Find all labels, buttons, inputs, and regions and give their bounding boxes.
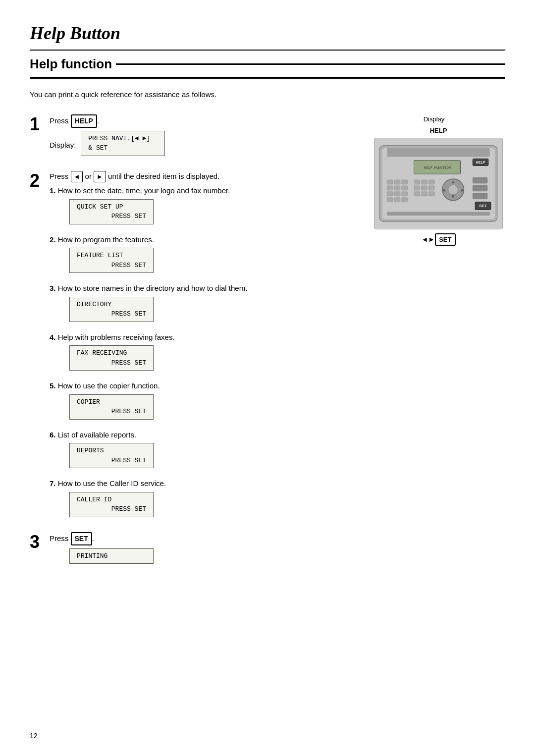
svg-rect-35 (473, 185, 487, 191)
step-1-text: Press HELP. (50, 114, 357, 128)
svg-text:►: ► (461, 187, 466, 192)
svg-rect-20 (421, 180, 427, 184)
svg-rect-25 (414, 191, 420, 196)
lcd-display-1: PRESS NAVI.[◄ ►] & SET (81, 131, 165, 156)
lcd-quick-set: QUICK SET UP PRESS SET (69, 199, 154, 224)
svg-rect-24 (428, 185, 434, 190)
svg-text:▲: ▲ (451, 179, 456, 184)
sub-item-7: 7. How to use the Caller ID service. CAL… (50, 478, 357, 521)
nav-left-arrow: ◄ (71, 171, 83, 183)
svg-rect-15 (402, 191, 408, 196)
svg-rect-21 (428, 180, 434, 184)
svg-rect-41 (387, 212, 490, 216)
lcd-copier: COPIER PRESS SET (69, 394, 154, 420)
svg-rect-10 (387, 185, 393, 190)
section-heading: Help function (30, 54, 505, 79)
svg-text:▼: ▼ (451, 193, 456, 199)
lcd-feature-list: FEATURE LIST PRESS SET (69, 248, 154, 273)
svg-rect-17 (394, 197, 400, 202)
left-arrow-label: ◄ (421, 234, 428, 245)
svg-text:SET: SET (479, 204, 487, 208)
svg-rect-9 (402, 180, 408, 184)
set-diagram-label: SET (435, 233, 455, 246)
step-2-number: 2 (30, 172, 50, 190)
fax-machine-diagram: HELP FUNCTION HELP (374, 138, 503, 229)
svg-text:HELP FUNCTION: HELP FUNCTION (424, 166, 451, 170)
lcd-fax-receiving: FAX RECEIVING PRESS SET (69, 345, 154, 371)
svg-rect-7 (387, 180, 393, 184)
sub-item-5: 5. How to use the copier function. COPIE… (50, 380, 357, 424)
lcd-reports: REPORTS PRESS SET (69, 443, 154, 468)
sub-item-2: 2. How to program the features. FEATURE … (50, 234, 357, 277)
nav-right-arrow: ► (94, 171, 106, 183)
svg-rect-2 (387, 148, 490, 157)
svg-rect-19 (414, 180, 420, 184)
step-1-number: 1 (30, 115, 50, 133)
svg-rect-14 (394, 191, 400, 196)
svg-rect-36 (473, 193, 487, 199)
step-2: 2 Press ◄ or ► until the desired item is… (30, 171, 357, 527)
svg-rect-23 (421, 185, 427, 190)
display-label-1: Display: (50, 140, 76, 151)
device-arrows-row: ◄ ► SET (416, 233, 460, 246)
svg-rect-34 (473, 177, 487, 183)
svg-rect-13 (387, 191, 393, 196)
svg-rect-16 (387, 197, 393, 202)
step-3-text: Press SET. (50, 532, 357, 545)
sub-item-4: 4. Help with problems receiving faxes. F… (50, 332, 357, 375)
svg-rect-18 (402, 197, 408, 202)
lcd-directory: DIRECTORY PRESS SET (69, 297, 154, 322)
step-3-number: 3 (30, 533, 50, 551)
step-3: 3 Press SET. PRINTING (30, 532, 357, 568)
diagram-display-label: Display (424, 114, 445, 124)
help-diagram-label: HELP (430, 126, 447, 136)
svg-text:◄: ◄ (441, 187, 446, 192)
intro-text: You can print a quick reference for assi… (30, 89, 505, 101)
sub-item-3: 3. How to store names in the directory a… (50, 283, 357, 326)
help-key: HELP (71, 114, 97, 128)
device-diagram-area: Display HELP HELP FUNCTION HELP (372, 114, 505, 573)
svg-rect-11 (394, 185, 400, 190)
svg-rect-12 (402, 185, 408, 190)
lcd-caller-id: CALLER ID PRESS SET (69, 492, 154, 517)
step-1: 1 Press HELP. Display: PRESS NAVI.[◄ ►] … (30, 114, 357, 166)
svg-rect-26 (421, 191, 427, 196)
svg-rect-8 (394, 180, 400, 184)
set-key: SET (71, 532, 92, 545)
step-2-text: Press ◄ or ► until the desired item is d… (50, 171, 357, 183)
page-number: 12 (30, 731, 38, 741)
page-title: Help Button (30, 20, 505, 51)
svg-text:HELP: HELP (476, 161, 485, 164)
svg-rect-22 (414, 185, 420, 190)
right-arrow-label: ► (428, 234, 435, 245)
sub-item-1: 1. How to set the date, time, your logo … (50, 185, 357, 228)
svg-rect-27 (428, 191, 434, 196)
lcd-printing: PRINTING (69, 548, 154, 564)
sub-item-6: 6. List of available reports. REPORTS PR… (50, 430, 357, 473)
sub-items-list: 1. How to set the date, time, your logo … (50, 185, 357, 521)
